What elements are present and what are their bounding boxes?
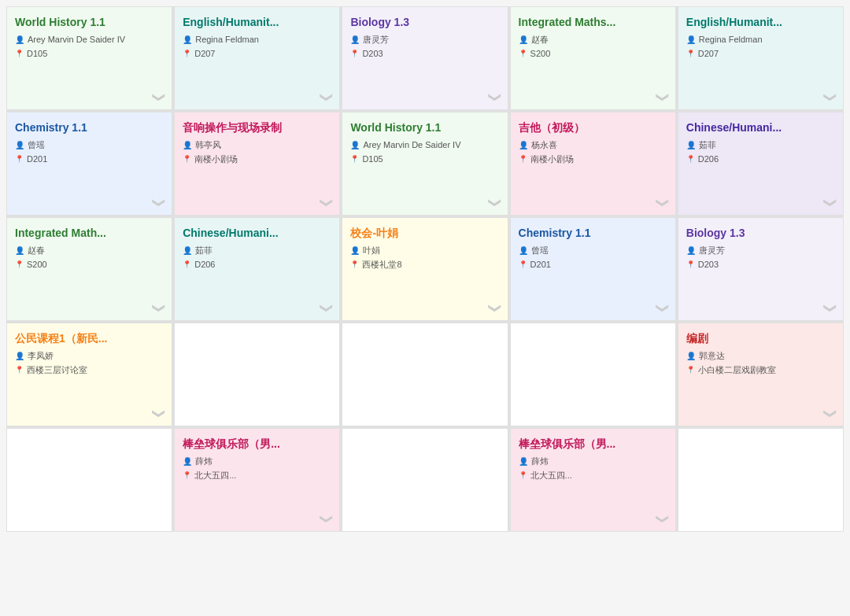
cell-title: World History 1.1 (350, 120, 499, 135)
room-name: 北大五四... (530, 470, 572, 481)
location-icon: 📍 (519, 49, 527, 59)
chevron-down-icon: ❯ (320, 92, 333, 102)
person-icon: 👤 (15, 35, 24, 46)
cell-teacher: 👤Regina Feldman (183, 34, 331, 46)
schedule-cell-13[interactable]: Chemistry 1.1👤曾瑶📍D201❯ (511, 218, 675, 320)
cell-teacher: 👤杨永喜 (519, 139, 667, 151)
cell-room: 📍北大五四... (183, 470, 331, 481)
cell-title: Chinese/Humani... (686, 120, 835, 135)
schedule-cell-16 (175, 323, 339, 426)
location-icon: 📍 (15, 260, 24, 270)
schedule-cell-24 (678, 429, 843, 531)
schedule-cell-1[interactable]: English/Humanit...👤Regina Feldman📍D207❯ (175, 7, 339, 109)
location-icon: 📍 (183, 154, 191, 164)
cell-teacher: 👤曾瑶 (519, 245, 667, 256)
location-icon: 📍 (15, 365, 24, 375)
teacher-name: 李凤娇 (28, 350, 54, 362)
schedule-cell-11[interactable]: Chinese/Humani...👤茹菲📍D206❯ (175, 218, 339, 320)
cell-title: 校会-叶娟 (350, 226, 499, 240)
teacher-name: 韩亭风 (195, 139, 221, 151)
cell-room: 📍D203 (350, 48, 499, 60)
cell-room: 📍D105 (15, 48, 164, 60)
location-icon: 📍 (686, 49, 695, 59)
schedule-cell-23[interactable]: 棒垒球俱乐部（男...👤薛炜📍北大五四...❯ (511, 429, 675, 531)
person-icon: 👤 (686, 140, 696, 151)
schedule-cell-14[interactable]: Biology 1.3👤唐灵芳📍D203❯ (678, 218, 843, 320)
cell-teacher: 👤Arey Marvin De Saider IV (15, 34, 164, 46)
room-name: S200 (27, 259, 47, 271)
cell-title: Integrated Maths... (519, 15, 667, 29)
schedule-cell-21[interactable]: 棒垒球俱乐部（男...👤薛炜📍北大五四...❯ (175, 429, 339, 531)
chevron-down-icon: ❯ (656, 92, 668, 102)
cell-teacher: 👤叶娟 (350, 245, 499, 256)
cell-teacher: 👤韩亭风 (183, 139, 331, 151)
schedule-cell-15[interactable]: 公民课程1（新民...👤李凤娇📍西楼三层讨论室❯ (7, 323, 172, 426)
cell-title: 公民课程1（新民... (15, 331, 164, 345)
schedule-cell-20 (7, 429, 172, 531)
person-icon: 👤 (686, 245, 696, 256)
cell-teacher: 👤李凤娇 (15, 350, 164, 362)
teacher-name: 唐灵芳 (363, 34, 389, 46)
location-icon: 📍 (350, 154, 359, 164)
cell-title: 编剧 (686, 331, 835, 345)
teacher-name: 茹菲 (699, 139, 716, 151)
room-name: 小白楼二层戏剧教室 (698, 364, 776, 376)
cell-teacher: 👤薛炜 (183, 456, 331, 467)
teacher-name: 薛炜 (195, 456, 213, 467)
cell-room: 📍小白楼二层戏剧教室 (686, 364, 835, 376)
cell-teacher: 👤茹菲 (183, 245, 331, 256)
person-icon: 👤 (183, 140, 192, 151)
schedule-cell-2[interactable]: Biology 1.3👤唐灵芳📍D203❯ (342, 7, 507, 109)
schedule-cell-5[interactable]: Chemistry 1.1👤曾瑶📍D201❯ (7, 113, 172, 215)
cell-teacher: 👤Arey Marvin De Saider IV (350, 139, 499, 151)
schedule-cell-17 (342, 323, 507, 426)
schedule-cell-0[interactable]: World History 1.1👤Arey Marvin De Saider … (7, 7, 172, 109)
chevron-down-icon: ❯ (488, 197, 501, 208)
teacher-name: 郭意达 (699, 350, 725, 362)
schedule-cell-22 (342, 429, 507, 531)
teacher-name: 茹菲 (195, 245, 213, 256)
cell-title: Chinese/Humani... (183, 226, 331, 240)
cell-teacher: 👤薛炜 (519, 456, 667, 467)
schedule-cell-4[interactable]: English/Humanit...👤Regina Feldman📍D207❯ (678, 7, 843, 109)
schedule-cell-12[interactable]: 校会-叶娟👤叶娟📍西楼礼堂8❯ (342, 218, 507, 320)
cell-room: 📍D207 (686, 48, 835, 60)
location-icon: 📍 (686, 260, 695, 270)
schedule-cell-9[interactable]: Chinese/Humani...👤茹菲📍D206❯ (678, 113, 843, 215)
location-icon: 📍 (183, 470, 191, 481)
chevron-down-icon: ❯ (488, 303, 501, 313)
cell-room: 📍D206 (686, 153, 835, 165)
cell-teacher: 👤Regina Feldman (686, 34, 835, 46)
cell-room: 📍D206 (183, 259, 331, 271)
cell-title: Chemistry 1.1 (15, 120, 164, 135)
cell-title: English/Humanit... (183, 15, 331, 29)
cell-teacher: 👤曾瑶 (15, 139, 164, 151)
schedule-cell-8[interactable]: 吉他（初级）👤杨永喜📍南楼小剧场❯ (511, 113, 675, 215)
chevron-down-icon: ❯ (153, 303, 165, 313)
person-icon: 👤 (183, 456, 192, 467)
location-icon: 📍 (686, 154, 695, 164)
cell-title: 棒垒球俱乐部（男... (183, 437, 331, 451)
room-name: D203 (362, 48, 382, 60)
chevron-down-icon: ❯ (488, 92, 501, 102)
room-name: 西楼礼堂8 (362, 259, 401, 271)
schedule-cell-7[interactable]: World History 1.1👤Arey Marvin De Saider … (342, 113, 507, 215)
room-name: D201 (27, 153, 47, 165)
schedule-cell-19[interactable]: 编剧👤郭意达📍小白楼二层戏剧教室❯ (678, 323, 843, 426)
schedule-cell-10[interactable]: Integrated Math...👤赵春📍S200❯ (7, 218, 172, 320)
cell-room: 📍南楼小剧场 (183, 153, 331, 165)
cell-room: 📍S200 (15, 259, 164, 271)
cell-teacher: 👤赵春 (519, 34, 667, 46)
person-icon: 👤 (183, 245, 192, 256)
cell-title: Biology 1.3 (686, 226, 835, 240)
schedule-cell-6[interactable]: 音响操作与现场录制👤韩亭风📍南楼小剧场❯ (175, 113, 339, 215)
room-name: 北大五四... (194, 470, 236, 481)
location-icon: 📍 (183, 260, 191, 270)
cell-title: 音响操作与现场录制 (183, 120, 331, 135)
person-icon: 👤 (519, 35, 528, 46)
schedule-cell-3[interactable]: Integrated Maths...👤赵春📍S200❯ (511, 7, 675, 109)
chevron-down-icon: ❯ (823, 408, 836, 419)
teacher-name: 唐灵芳 (699, 245, 725, 256)
cell-room: 📍D201 (519, 259, 667, 271)
cell-teacher: 👤唐灵芳 (350, 34, 499, 46)
